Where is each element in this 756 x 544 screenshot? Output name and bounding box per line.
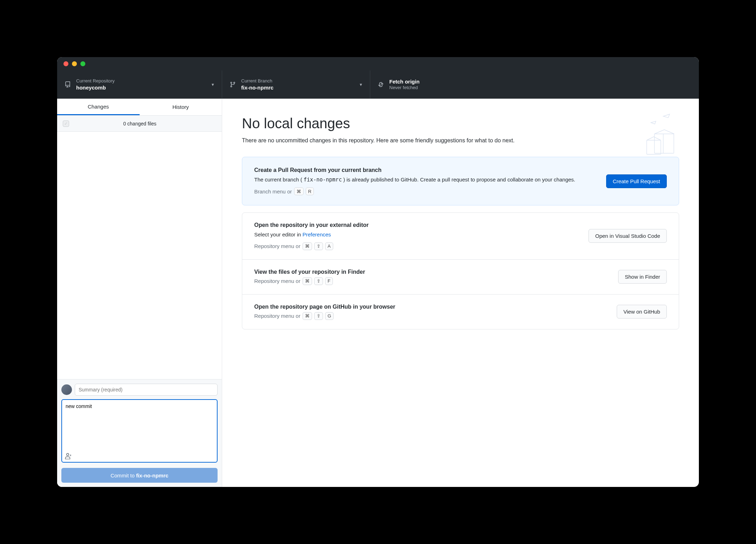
branch-name: fix-no-npmrc: [304, 177, 342, 183]
empty-illustration: [630, 113, 679, 159]
create-pull-request-button[interactable]: Create Pull Request: [606, 174, 667, 188]
maximize-window[interactable]: [80, 61, 85, 66]
card-view-github: Open the repository page on GitHub in yo…: [242, 295, 679, 329]
show-in-finder-button[interactable]: Show in Finder: [618, 270, 667, 284]
kbd-r: R: [306, 187, 314, 195]
sidebar: Changes History ✓ 0 changed files: [57, 99, 222, 487]
svg-rect-1: [647, 140, 661, 154]
commit-button[interactable]: Commit to fix-no-npmrc: [61, 468, 218, 483]
branch-icon: [229, 81, 236, 88]
kbd-shift: ⇧: [314, 312, 323, 320]
kbd-shift: ⇧: [314, 242, 323, 250]
repo-value: honeycomb: [76, 84, 206, 91]
branch-selector[interactable]: Current Branch fix-no-npmrc ▼: [222, 70, 370, 99]
commit-summary-input[interactable]: [75, 384, 218, 396]
titlebar[interactable]: [57, 57, 699, 70]
minimize-window[interactable]: [72, 61, 77, 66]
branch-value: fix-no-npmrc: [241, 84, 354, 91]
fetch-label: Fetch origin: [389, 78, 420, 85]
add-coauthor-icon[interactable]: [65, 453, 71, 461]
select-all-checkbox[interactable]: ✓: [63, 120, 69, 127]
kbd-cmd: ⌘: [294, 187, 304, 195]
repo-icon: [64, 81, 71, 88]
card-desc: The current branch ( fix-no-npmrc ) is a…: [254, 175, 598, 184]
card-desc: Select your editor in Preferences: [254, 230, 580, 239]
tab-history[interactable]: History: [140, 99, 222, 115]
page-title: No local changes: [242, 116, 679, 131]
card-hint: Repository menu or ⌘ ⇧ G: [254, 312, 608, 320]
card-title: Open the repository in your external edi…: [254, 222, 580, 228]
preferences-link[interactable]: Preferences: [303, 231, 331, 237]
card-title: Open the repository page on GitHub in yo…: [254, 304, 608, 310]
close-window[interactable]: [63, 61, 68, 66]
card-open-editor: Open the repository in your external edi…: [242, 213, 679, 259]
fetch-button[interactable]: Fetch origin Never fetched: [370, 70, 434, 99]
kbd-cmd: ⌘: [303, 242, 312, 250]
commit-label: Commit to: [110, 472, 136, 478]
changes-list: [57, 132, 222, 379]
app-window: Current Repository honeycomb ▼ Current B…: [57, 57, 699, 487]
kbd-g: G: [325, 312, 334, 320]
card-title: Create a Pull Request from your current …: [254, 167, 598, 173]
commit-branch: fix-no-npmrc: [136, 472, 169, 478]
kbd-a: A: [325, 242, 333, 250]
card-pull-request: Create a Pull Request from your current …: [242, 157, 679, 205]
tab-changes[interactable]: Changes: [57, 99, 140, 115]
svg-rect-0: [654, 134, 674, 153]
repo-label: Current Repository: [76, 78, 206, 84]
avatar[interactable]: [61, 384, 72, 395]
card-hint: Repository menu or ⌘ ⇧ F: [254, 277, 610, 285]
branch-label: Current Branch: [241, 78, 354, 84]
sync-icon: [377, 81, 384, 88]
kbd-shift: ⇧: [314, 277, 323, 285]
repo-selector[interactable]: Current Repository honeycomb ▼: [57, 70, 222, 99]
commit-form: Commit to fix-no-npmrc: [57, 379, 222, 487]
fetch-value: Never fetched: [389, 85, 420, 91]
card-hint: Repository menu or ⌘ ⇧ A: [254, 242, 580, 250]
view-on-github-button[interactable]: View on GitHub: [617, 305, 667, 319]
card-hint: Branch menu or ⌘ R: [254, 187, 598, 195]
changed-files-count: 0 changed files: [74, 121, 216, 126]
chevron-down-icon: ▼: [211, 82, 215, 87]
changes-header: ✓ 0 changed files: [57, 116, 222, 132]
kbd-cmd: ⌘: [303, 312, 312, 320]
kbd-f: F: [325, 277, 333, 285]
page-subtitle: There are no uncommitted changes in this…: [242, 136, 559, 145]
open-editor-button[interactable]: Open in Visual Studio Code: [589, 229, 667, 243]
commit-description-input[interactable]: [61, 399, 218, 463]
main-content: No local changes There are no uncommitte…: [222, 99, 699, 487]
chevron-down-icon: ▼: [359, 82, 363, 87]
kbd-cmd: ⌘: [303, 277, 312, 285]
card-show-finder: View the files of your repository in Fin…: [242, 260, 679, 295]
card-title: View the files of your repository in Fin…: [254, 269, 610, 275]
toolbar: Current Repository honeycomb ▼ Current B…: [57, 70, 699, 99]
